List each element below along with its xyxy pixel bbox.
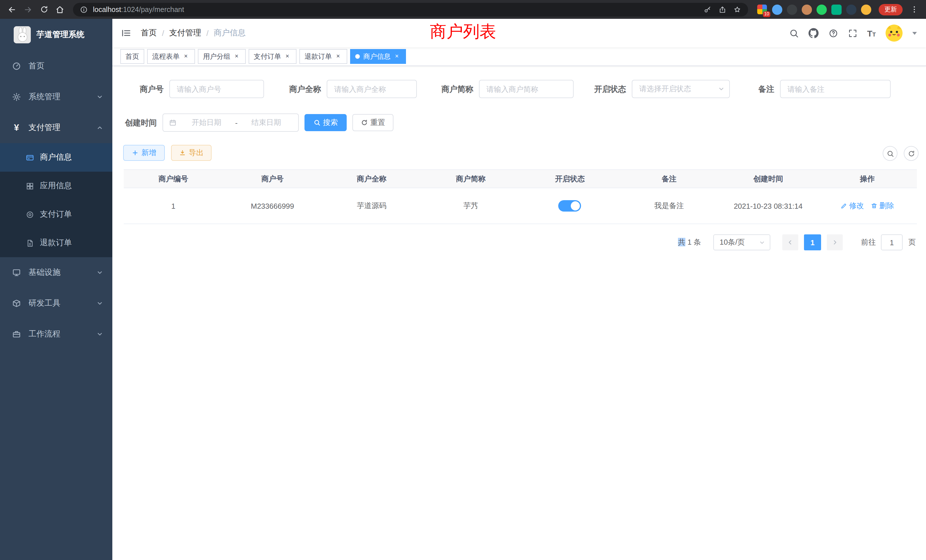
chevron-right-icon (831, 239, 838, 246)
browser-reload-icon[interactable] (36, 2, 51, 17)
status-select[interactable]: 请选择开启状态 (632, 80, 730, 98)
next-page-button[interactable] (827, 235, 843, 250)
reset-button[interactable]: 重置 (353, 114, 393, 131)
extension-icon[interactable] (802, 4, 812, 15)
password-key-icon[interactable] (704, 5, 712, 14)
main-content: 商户号 商户全称 商户简称 开启状态 请选择开启状态 备注 创建时间 开始日期 … (112, 65, 926, 560)
app-logo[interactable]: 芋道管理系统 (0, 19, 112, 51)
table-header: 商户简称 (421, 170, 520, 188)
sidebar-item-label: 退款订单 (40, 238, 72, 248)
url-path: :1024/pay/merchant (121, 5, 184, 14)
breadcrumb-separator: / (206, 29, 209, 38)
chevron-down-icon (96, 94, 103, 100)
address-bar[interactable]: localhost :1024/pay/merchant (73, 3, 748, 16)
tab-close-icon[interactable]: × (283, 53, 291, 61)
sidebar-item-refund-order[interactable]: 退款订单 (0, 229, 112, 257)
breadcrumb-payment[interactable]: 支付管理 (169, 28, 201, 38)
goto-page-input[interactable] (881, 235, 903, 250)
user-avatar[interactable] (885, 24, 903, 42)
tab-merchant-info[interactable]: 商户信息 × (350, 49, 406, 64)
sidebar-item-payment[interactable]: ¥ 支付管理 (0, 112, 112, 143)
tab-close-icon[interactable]: × (182, 53, 190, 61)
briefcase-icon (11, 330, 22, 339)
share-icon[interactable] (719, 5, 726, 14)
browser-menu-icon[interactable] (906, 2, 921, 17)
status-toggle[interactable] (558, 200, 581, 212)
tab-close-icon[interactable]: × (233, 53, 241, 61)
edit-link[interactable]: 修改 (840, 201, 864, 211)
sidebar: 芋道管理系统 首页 系统管理 ¥ 支付管理 (0, 19, 112, 560)
extension-icon[interactable] (787, 4, 797, 15)
font-size-icon[interactable]: TT (867, 29, 876, 37)
sidebar-item-devtools[interactable]: 研发工具 (0, 288, 112, 319)
search-button[interactable]: 搜索 (304, 114, 346, 131)
sidebar-item-pay-order[interactable]: 支付订单 (0, 200, 112, 229)
tab-label: 流程表单 (152, 51, 180, 61)
tab-refund-order[interactable]: 退款订单 × (300, 49, 347, 64)
date-end-placeholder: 结束日期 (240, 118, 292, 128)
help-icon[interactable] (828, 28, 838, 38)
extension-icon[interactable] (817, 4, 827, 15)
tab-close-icon[interactable]: × (334, 53, 342, 61)
remark-input[interactable] (780, 80, 891, 98)
refresh-table-button[interactable] (904, 146, 918, 161)
refresh-icon (361, 119, 368, 126)
order-target-icon (25, 210, 34, 219)
merchant-no-input[interactable] (169, 80, 264, 98)
filter-label-remark: 备注 (738, 80, 774, 98)
extension-icon[interactable] (772, 4, 782, 15)
sidebar-item-label: 系统管理 (29, 92, 61, 102)
sidebar-item-workflow[interactable]: 工作流程 (0, 319, 112, 350)
page-size-value: 10条/页 (720, 237, 745, 248)
add-button[interactable]: 新增 (123, 145, 165, 161)
delete-link[interactable]: 删除 (871, 201, 894, 211)
sidebar-collapse-icon[interactable] (112, 28, 140, 38)
tab-home[interactable]: 首页 (120, 49, 144, 64)
sidebar-item-home[interactable]: 首页 (0, 51, 112, 82)
export-button-label: 导出 (189, 148, 204, 158)
tab-pay-order[interactable]: 支付订单 × (249, 49, 297, 64)
browser-update-button[interactable]: 更新 (879, 4, 903, 15)
extension-icon[interactable] (846, 4, 856, 15)
page-size-select[interactable]: 10条/页 (713, 235, 770, 250)
goto-label: 前往 (861, 235, 876, 250)
fullscreen-icon[interactable] (847, 28, 857, 38)
hide-search-button[interactable] (883, 146, 897, 161)
tab-close-icon[interactable]: × (393, 53, 401, 61)
prev-page-button[interactable] (782, 235, 798, 250)
browser-back-icon[interactable] (5, 2, 20, 17)
site-info-icon[interactable] (80, 5, 88, 14)
sidebar-item-merchant-info[interactable]: 商户信息 (0, 143, 112, 172)
full-name-input[interactable] (327, 80, 417, 98)
extension-icon[interactable] (831, 4, 841, 15)
page-number-button[interactable]: 1 (804, 235, 821, 250)
breadcrumb-home[interactable]: 首页 (141, 28, 157, 38)
cell-create-time: 2021-10-23 08:31:14 (719, 188, 818, 224)
sidebar-item-system[interactable]: 系统管理 (0, 82, 112, 112)
sidebar-item-infrastructure[interactable]: 基础设施 (0, 257, 112, 288)
sidebar-item-label: 应用信息 (40, 181, 72, 191)
filter-label-short-name: 商户简称 (425, 80, 473, 98)
export-button[interactable]: 导出 (171, 145, 212, 161)
bookmark-star-icon[interactable] (733, 5, 741, 14)
cell-actions: 修改 删除 (818, 188, 917, 224)
create-time-range-picker[interactable]: 开始日期 - 结束日期 (162, 114, 299, 132)
trash-icon (871, 203, 878, 209)
tab-user-group[interactable]: 用户分组 × (198, 49, 246, 64)
sidebar-item-label: 基础设施 (29, 268, 61, 278)
tab-process-form[interactable]: 流程表单 × (147, 49, 195, 64)
avatar-caret-down-icon[interactable] (912, 32, 917, 35)
date-start-placeholder: 开始日期 (180, 118, 233, 128)
table-row: 1 M233666999 芋道源码 芋艿 我是备注 2021-10-23 08:… (124, 188, 917, 224)
short-name-input[interactable] (479, 80, 573, 98)
header-search-icon[interactable] (789, 28, 799, 38)
app-title: 芋道管理系统 (36, 30, 85, 40)
browser-home-icon[interactable] (53, 2, 67, 17)
extension-icon[interactable]: 10 (757, 4, 767, 15)
browser-forward-icon[interactable] (21, 2, 35, 17)
chevron-down-icon (96, 331, 103, 338)
sidebar-item-app-info[interactable]: 应用信息 (0, 172, 112, 200)
browser-profile-avatar[interactable] (861, 4, 871, 15)
github-icon[interactable] (808, 28, 819, 38)
search-icon (887, 150, 894, 157)
